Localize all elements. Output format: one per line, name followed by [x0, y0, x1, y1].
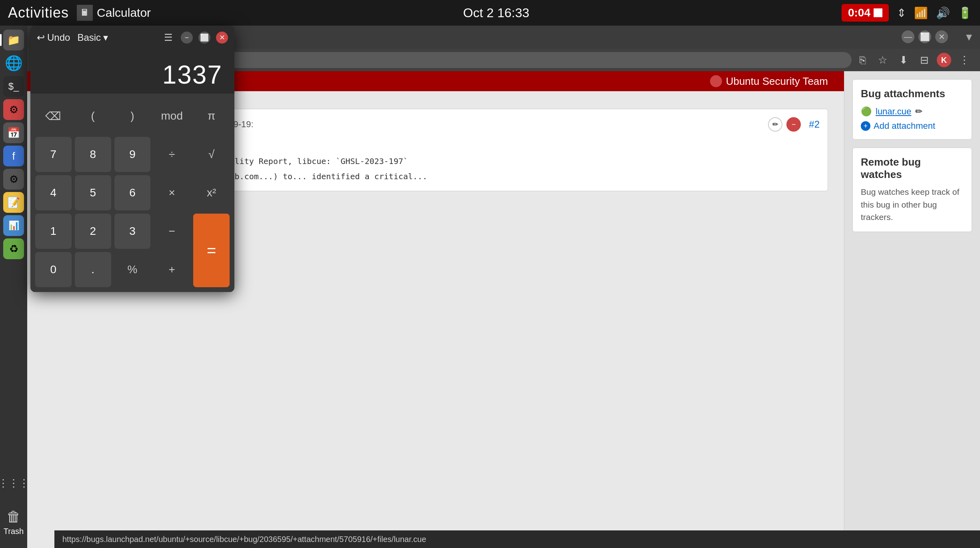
sidebar-item-notes[interactable]: 📝	[3, 192, 24, 213]
comment-actions: ✏ − #2	[768, 117, 820, 132]
calc-minimize-button[interactable]: −	[181, 32, 193, 44]
edit-attachment-icon[interactable]: ✏	[915, 106, 922, 117]
mode-label: Basic	[77, 32, 101, 43]
bookmark-button[interactable]: ☆	[874, 52, 891, 68]
sidebar-item-gnome-settings[interactable]: ⚙	[3, 169, 24, 190]
grid-icon: ⋮⋮⋮	[0, 477, 29, 490]
sidebar-item-terminal[interactable]: $_	[3, 76, 24, 97]
window-close-button[interactable]: ✕	[935, 30, 948, 43]
calc-6-button[interactable]: 6	[114, 175, 151, 210]
window-minimize-button[interactable]: —	[902, 30, 914, 43]
add-attachment-row[interactable]: + Add attachment	[861, 121, 964, 131]
attachment-link[interactable]: lunar.cue	[876, 106, 911, 117]
calc-9-button[interactable]: 9	[114, 137, 151, 172]
calc-close-button[interactable]: ✕	[216, 32, 228, 44]
sidebar-item-files[interactable]: 📁	[3, 30, 24, 50]
calc-1-button[interactable]: 1	[35, 214, 72, 249]
calc-backspace-button[interactable]: ⌫	[35, 98, 72, 134]
calc-5-button[interactable]: 5	[75, 175, 111, 210]
sidebar-item-chrome[interactable]: 🌐	[3, 53, 24, 74]
remote-bug-box: Remote bug watches Bug watches keep trac…	[852, 148, 972, 232]
comment-number[interactable]: #2	[809, 119, 820, 130]
remote-bug-text: Bug watches keep track of this bug in ot…	[861, 186, 964, 224]
calc-mod-button[interactable]: mod	[154, 98, 190, 134]
calc-display: 1337	[30, 50, 234, 94]
right-sidebar: Bug attachments 🟢 lunar.cue ✏ + Add atta…	[844, 71, 980, 548]
calc-minus-button[interactable]: −	[154, 214, 190, 249]
calc-maximize-button[interactable]: ⬜	[198, 32, 210, 44]
more-button[interactable]: ⋮	[955, 52, 974, 68]
calc-8-button[interactable]: 8	[75, 137, 111, 172]
bug-attachments-box: Bug attachments 🟢 lunar.cue ✏ + Add atta…	[852, 79, 972, 140]
hide-comment-button[interactable]: −	[786, 117, 801, 132]
calc-plus-button[interactable]: +	[154, 252, 190, 287]
terminal-icon: $_	[8, 81, 19, 92]
calc-sqrt-button[interactable]: √	[193, 137, 230, 172]
calc-0-button[interactable]: 0	[35, 252, 72, 287]
attachment-file-icon: 🟢	[861, 106, 872, 117]
calc-dot-button[interactable]: .	[75, 252, 111, 287]
social-icon: f	[12, 150, 15, 162]
status-bar: https://bugs.launchpad.net/ubuntu/+sourc…	[54, 530, 980, 548]
sidebar-item-settings[interactable]: ⚙	[3, 99, 24, 120]
undo-label: Undo	[47, 32, 70, 43]
calc-4-button[interactable]: 4	[35, 175, 72, 210]
files-icon: 📁	[7, 34, 20, 46]
calendar-icon: 📅	[7, 127, 20, 139]
attachment-item: 🟢 lunar.cue ✏	[861, 106, 964, 117]
calc-7-button[interactable]: 7	[35, 137, 72, 172]
calc-divide-button[interactable]: ÷	[154, 137, 190, 172]
activities-label[interactable]: Activities	[8, 4, 69, 21]
bug-attachments-title: Bug attachments	[861, 88, 964, 100]
trash-icon: 🗑	[6, 508, 21, 525]
battery-icon[interactable]: 🔋	[958, 6, 972, 20]
status-url: https://bugs.launchpad.net/ubuntu/+sourc…	[62, 535, 426, 544]
avatar-letter: K	[941, 56, 947, 65]
calc-undo-button[interactable]: ↩ Undo	[37, 32, 70, 43]
edit-comment-button[interactable]: ✏	[768, 117, 782, 132]
accessibility-icon[interactable]: ⇕	[897, 6, 906, 20]
calc-2-button[interactable]: 2	[75, 214, 111, 249]
calc-xsquared-button[interactable]: x²	[193, 175, 230, 210]
notes-icon: 📝	[7, 196, 20, 209]
trash-label: Trash	[4, 527, 24, 536]
add-attachment-label[interactable]: Add attachment	[874, 121, 935, 131]
recycle-icon: ♻	[9, 243, 18, 255]
sidebar-item-calendar[interactable]: 📅	[3, 122, 24, 143]
remote-bug-title: Remote bug watches	[861, 156, 964, 181]
calc-equals-button[interactable]: =	[193, 214, 230, 287]
calc-pi-button[interactable]: π	[193, 98, 230, 134]
calc-menu-button[interactable]: ☰	[162, 30, 175, 46]
volume-icon[interactable]: 🔊	[936, 6, 950, 20]
download-button[interactable]: ⬇	[895, 52, 912, 68]
calc-3-button[interactable]: 3	[114, 214, 151, 249]
topbar-right: 0:04 ⇕ 📶 🔊 🔋	[842, 4, 972, 22]
sidebar-item-social[interactable]: f	[3, 146, 24, 166]
sidebar-item-recycle[interactable]: ♻	[3, 238, 24, 259]
calc-close-paren-button[interactable]: )	[114, 98, 151, 134]
timer-badge: 0:04	[842, 4, 889, 22]
calc-display-value: 1337	[162, 60, 222, 90]
profile-avatar[interactable]: K	[937, 53, 951, 67]
ubuntu-security-team: Ubuntu Security Team	[710, 75, 828, 88]
calc-titlebar: ↩ Undo Basic ▾ ☰ − ⬜ ✕	[30, 26, 234, 50]
calc-percent-button[interactable]: %	[114, 252, 151, 287]
sidebar: 📁 🌐 $_ ⚙ 📅 f ⚙ 📝 📊 ♻	[0, 26, 27, 548]
sidebar-button[interactable]: ⊟	[916, 52, 933, 68]
sidebar-item-monitor[interactable]: 📊	[3, 215, 24, 236]
calc-open-paren-button[interactable]: (	[75, 98, 111, 134]
topbar: Activities 🖩 Calculator Oct 2 16:33 0:04…	[0, 0, 980, 26]
settings-icon: ⚙	[9, 104, 18, 116]
calculator-window: ↩ Undo Basic ▾ ☰ − ⬜ ✕ 1337 ⌫ ( ) mod π …	[30, 26, 234, 292]
calc-multiply-button[interactable]: ×	[154, 175, 190, 210]
app-grid-button[interactable]: ⋮⋮⋮	[0, 474, 27, 492]
share-button[interactable]: ⎘	[856, 52, 870, 68]
stop-icon	[874, 8, 882, 17]
wifi-icon[interactable]: 📶	[914, 6, 928, 20]
topbar-left: Activities 🖩 Calculator	[8, 4, 151, 21]
calc-mode-button[interactable]: Basic ▾	[77, 32, 108, 43]
window-maximize-button[interactable]: ⬜	[918, 30, 931, 43]
chevron-down-icon[interactable]: ▾	[966, 30, 972, 44]
gnome-settings-icon: ⚙	[9, 173, 18, 186]
trash-area: 🗑 Trash	[0, 496, 27, 548]
